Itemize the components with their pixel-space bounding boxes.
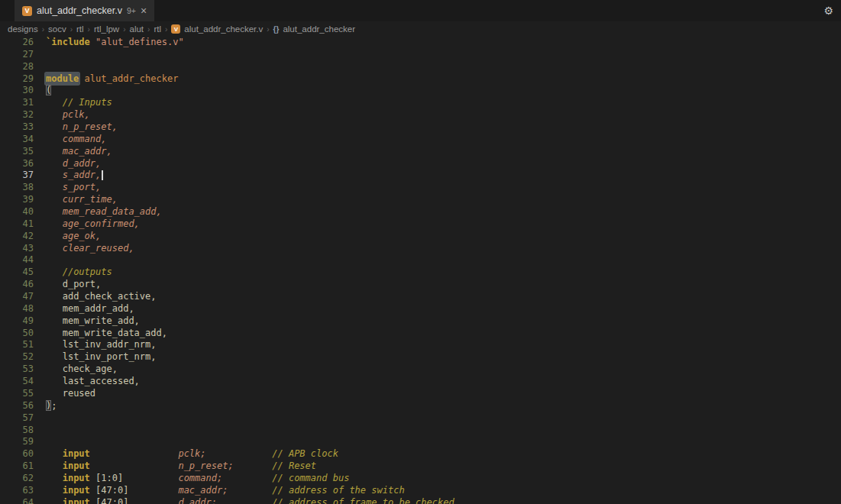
breadcrumb-item-file[interactable]: alut_addr_checker.v bbox=[184, 24, 263, 34]
code-line[interactable]: 54 last_accessed, bbox=[0, 376, 841, 388]
code-line[interactable]: 45 //outputs bbox=[0, 267, 841, 279]
code-line[interactable]: 64 input [47:0] d_addr; // address of fr… bbox=[0, 497, 841, 504]
line-number[interactable]: 50 bbox=[0, 328, 34, 340]
breadcrumb-item-rtl-lpw[interactable]: rtl_lpw bbox=[94, 24, 119, 34]
code-line[interactable]: 39 curr_time, bbox=[0, 194, 841, 206]
line-number[interactable]: 43 bbox=[0, 243, 34, 255]
line-number[interactable]: 32 bbox=[0, 109, 34, 121]
code-line[interactable]: 63 input [47:0] mac_addr; // address of … bbox=[0, 485, 841, 497]
code-line[interactable]: 59 bbox=[0, 436, 841, 448]
code-line[interactable]: 42 age_ok, bbox=[0, 231, 841, 243]
code-line[interactable]: 38 s_port, bbox=[0, 182, 841, 194]
line-number[interactable]: 35 bbox=[0, 146, 34, 158]
line-number[interactable]: 62 bbox=[0, 473, 34, 485]
code-line[interactable]: 36 d_addr, bbox=[0, 158, 841, 170]
breadcrumb-item-rtl-2[interactable]: rtl bbox=[154, 24, 161, 34]
code-line[interactable]: 46 d_port, bbox=[0, 279, 841, 291]
line-number[interactable]: 57 bbox=[0, 412, 34, 425]
code-line[interactable]: 27 bbox=[0, 49, 841, 61]
line-number[interactable]: 42 bbox=[0, 231, 34, 243]
code-line[interactable]: 37 s_addr, bbox=[0, 170, 841, 182]
code-line[interactable]: 29module alut_addr_checker bbox=[0, 73, 841, 86]
line-number[interactable]: 60 bbox=[0, 448, 34, 460]
line-number[interactable]: 63 bbox=[0, 485, 34, 497]
code-line[interactable]: 62 input [1:0] command; // command bus bbox=[0, 473, 841, 485]
line-number[interactable]: 56 bbox=[0, 400, 34, 412]
line-number[interactable]: 59 bbox=[0, 436, 34, 448]
line-number[interactable]: 61 bbox=[0, 460, 34, 473]
code-line[interactable]: 32 pclk, bbox=[0, 109, 841, 121]
code-line[interactable]: 56); bbox=[0, 400, 841, 412]
code-editor[interactable]: 26`include "alut_defines.v"272829module … bbox=[0, 37, 841, 504]
code-line[interactable]: 48 mem_addr_add, bbox=[0, 303, 841, 315]
breadcrumb-item-symbol[interactable]: alut_addr_checker bbox=[283, 24, 355, 34]
code-line[interactable]: 31 // Inputs bbox=[0, 97, 841, 109]
line-number[interactable]: 46 bbox=[0, 279, 34, 291]
code-line[interactable]: 40 mem_read_data_add, bbox=[0, 206, 841, 218]
line-number[interactable]: 44 bbox=[0, 254, 34, 267]
breadcrumb-item-alut[interactable]: alut bbox=[130, 24, 144, 34]
line-number[interactable]: 51 bbox=[0, 339, 34, 351]
line-number[interactable]: 54 bbox=[0, 376, 34, 388]
line-number[interactable]: 48 bbox=[0, 303, 34, 315]
line-number[interactable]: 52 bbox=[0, 351, 34, 363]
close-icon[interactable]: × bbox=[141, 5, 147, 16]
code-line[interactable]: 50 mem_write_data_add, bbox=[0, 328, 841, 340]
line-number[interactable]: 26 bbox=[0, 37, 34, 49]
code-line[interactable]: 60 input pclk; // APB clock bbox=[0, 448, 841, 460]
code-line[interactable]: 61 input n_p_reset; // Reset bbox=[0, 460, 841, 473]
code-line-text: input [47:0] mac_addr; // address of the… bbox=[46, 485, 405, 497]
breadcrumb-item-designs[interactable]: designs bbox=[8, 24, 38, 34]
code-line[interactable]: 51 lst_inv_addr_nrm, bbox=[0, 339, 841, 351]
code-line[interactable]: 57 bbox=[0, 412, 841, 425]
code-line[interactable]: 52 lst_inv_port_nrm, bbox=[0, 351, 841, 363]
line-number[interactable]: 34 bbox=[0, 134, 34, 146]
line-number[interactable]: 45 bbox=[0, 267, 34, 279]
line-number[interactable]: 49 bbox=[0, 315, 34, 328]
line-number[interactable]: 33 bbox=[0, 121, 34, 134]
code-token: pclk; bbox=[178, 448, 205, 459]
gear-icon[interactable]: ⚙ bbox=[823, 5, 833, 17]
code-line-text: lst_inv_addr_nrm, bbox=[46, 339, 157, 351]
line-number[interactable]: 53 bbox=[0, 363, 34, 376]
line-number[interactable]: 39 bbox=[0, 194, 34, 206]
line-number[interactable]: 41 bbox=[0, 218, 34, 231]
line-number[interactable]: 55 bbox=[0, 388, 34, 400]
code-line[interactable]: 58 bbox=[0, 425, 841, 437]
code-token bbox=[217, 497, 272, 504]
code-line[interactable]: 43 clear_reused, bbox=[0, 243, 841, 255]
code-line[interactable]: 55 reused bbox=[0, 388, 841, 400]
code-line[interactable]: 28 bbox=[0, 61, 841, 73]
line-number[interactable]: 31 bbox=[0, 97, 34, 109]
code-line[interactable]: 26`include "alut_defines.v" bbox=[0, 37, 841, 49]
line-number[interactable]: 27 bbox=[0, 49, 34, 61]
tab-bar: V alut_addr_checker.v 9+ × ⚙ bbox=[0, 0, 841, 21]
breadcrumb-item-rtl[interactable]: rtl bbox=[76, 24, 84, 34]
breadcrumb-item-socv[interactable]: socv bbox=[48, 24, 66, 34]
code-line[interactable]: 47 add_check_active, bbox=[0, 291, 841, 303]
line-number[interactable]: 38 bbox=[0, 182, 34, 194]
line-number[interactable]: 30 bbox=[0, 85, 34, 97]
code-line[interactable]: 44 bbox=[0, 254, 841, 267]
line-number[interactable]: 58 bbox=[0, 425, 34, 437]
line-number[interactable]: 40 bbox=[0, 206, 34, 218]
line-number[interactable]: 64 bbox=[0, 497, 34, 504]
code-line[interactable]: 35 mac_addr, bbox=[0, 146, 841, 158]
line-number[interactable]: 28 bbox=[0, 61, 34, 73]
line-number[interactable]: 37 bbox=[0, 170, 34, 182]
code-token: ( bbox=[46, 85, 51, 95]
line-number[interactable]: 36 bbox=[0, 158, 34, 170]
line-number[interactable]: 47 bbox=[0, 291, 34, 303]
code-line[interactable]: 33 n_p_reset, bbox=[0, 121, 841, 134]
code-line[interactable]: 49 mem_write_add, bbox=[0, 315, 841, 328]
code-token: d_addr; bbox=[178, 497, 217, 504]
code-token: // address of the switch bbox=[272, 485, 404, 496]
tab-alut-addr-checker[interactable]: V alut_addr_checker.v 9+ × bbox=[15, 0, 154, 21]
code-line[interactable]: 41 age_confirmed, bbox=[0, 218, 841, 231]
code-line[interactable]: 53 check_age, bbox=[0, 363, 841, 376]
code-area[interactable]: 26`include "alut_defines.v"272829module … bbox=[0, 37, 841, 504]
code-token: lst_inv_addr_nrm, bbox=[63, 339, 157, 350]
line-number[interactable]: 29 bbox=[0, 73, 34, 86]
code-line[interactable]: 30( bbox=[0, 85, 841, 97]
code-line[interactable]: 34 command, bbox=[0, 134, 841, 146]
